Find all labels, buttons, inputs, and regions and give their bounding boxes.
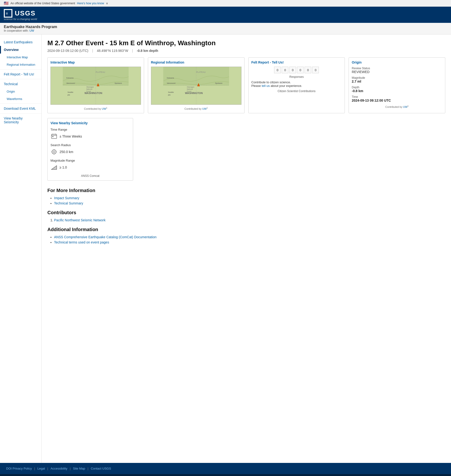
origin-review-status-label: Review Status (352, 67, 442, 70)
svg-text:Okanagan: Okanagan (187, 86, 194, 88)
svg-text:pia: pia (168, 94, 170, 96)
felt-response-4: 0 (305, 67, 311, 73)
interactive-map-thumbnail: WASHINGTON PLATEAU Kelowna Vancouver Spo… (50, 67, 141, 105)
origin-magnitude-value: 2.7 ml (352, 80, 442, 83)
usgs-logo[interactable]: ≡ USGS science for a changing world (4, 9, 37, 20)
svg-text:≡: ≡ (6, 12, 8, 15)
comcat-link[interactable]: ANSS Comprehensive Earthquake Catalog (C… (54, 235, 157, 239)
felt-desc-3: about your experience. (270, 84, 302, 88)
us-flag-icon: 🇺🇸 (4, 1, 9, 6)
interactive-map-contrib-sup: 1 (106, 107, 107, 109)
footer-contact-usgs[interactable]: Contact USGS (91, 467, 111, 470)
cards-grid: Interactive Map WASHINGTON PLATEAU Kelow (47, 57, 445, 113)
footer-legal[interactable]: Legal (38, 467, 45, 470)
anss-label: ANSS Comcat (50, 174, 130, 178)
svg-text:Forest: Forest (187, 90, 191, 92)
origin-depth-label: Depth (352, 86, 442, 89)
sidebar-item-origin[interactable]: Origin (0, 88, 41, 95)
sidebar-item-waveforms[interactable]: Waveforms (0, 95, 41, 103)
seismicity-time-range-value-row: ± Three Weeks (50, 133, 130, 140)
pacific-nw-seismic-link[interactable]: Pacific Northwest Seismic Network (54, 218, 106, 222)
usgs-tagline: science for a changing world (4, 18, 37, 20)
more-info-title: For More Information (47, 188, 445, 193)
sidebar-item-download-kml[interactable]: Download Event KML (0, 105, 41, 112)
technical-summary-link[interactable]: Technical Summary (54, 201, 83, 205)
sidebar-item-regional-information[interactable]: Regional Information (0, 61, 41, 68)
technical-terms-link[interactable]: Technical terms used on event pages (54, 240, 109, 244)
seismicity-search-radius-label: Search Radius (50, 143, 130, 147)
origin-magnitude-field: Magnitude 2.7 ml (352, 76, 442, 83)
event-coordinates: 48.498°N 119.983°W (97, 49, 128, 53)
interactive-map-contributor-link[interactable]: UW (102, 107, 106, 110)
felt-report-card: Felt Report - Tell Us! 0 0 0 0 0 0 Respo… (248, 57, 345, 113)
seismicity-magnitude-range-value: ≥ 1.0 (60, 165, 67, 169)
seismicity-link[interactable]: View Nearby Seismicity (50, 121, 130, 125)
svg-text:Spokane: Spokane (114, 82, 122, 84)
svg-text:Kelowna: Kelowna (167, 77, 174, 79)
sidebar-item-view-nearby[interactable]: View Nearby Seismicity (0, 114, 41, 126)
gov-banner-text: An official website of the United States… (11, 2, 75, 5)
regional-map-thumbnail: WASHINGTON PLATEAU Kelowna Vancouver Spo… (151, 67, 241, 105)
seismicity-magnitude-range-value-row: ≥ 1.0 (50, 164, 130, 171)
footer-doi-privacy[interactable]: DOI Privacy Policy (6, 467, 32, 470)
citizen-scientist-label: Citizen Scientist Contributions (251, 89, 342, 93)
additional-info-title: Additional Information (47, 227, 445, 232)
sidebar-item-latest-earthquakes[interactable]: Latest Earthquakes (0, 38, 41, 46)
svg-rect-36 (52, 136, 53, 137)
svg-text:National: National (187, 88, 193, 90)
regional-info-contributed: Contributed by UW1 (151, 107, 241, 110)
felt-report-link[interactable]: Felt Report - Tell Us! (251, 61, 342, 64)
sidebar-item-technical[interactable]: Technical (0, 80, 41, 88)
footer-accessibility[interactable]: Accessibility (50, 467, 67, 470)
interactive-map-contributed: Contributed by UW1 (50, 107, 141, 110)
program-title: Earthquake Hazards Program (4, 25, 447, 29)
origin-review-status-value: REVIEWED (352, 70, 442, 74)
sidebar-divider-1 (0, 69, 41, 69)
seismicity-search-radius-value-row: 250.0 km (50, 148, 130, 155)
more-info-list: Impact Summary Technical Summary (47, 196, 445, 205)
felt-response-2: 0 (289, 67, 296, 73)
sidebar-item-felt-report[interactable]: Felt Report - Tell Us! (0, 70, 41, 78)
felt-response-5: 0 (312, 67, 319, 73)
seismicity-time-range-label: Time Range (50, 128, 130, 131)
footer-sitemap[interactable]: Site Map (73, 467, 85, 470)
sidebar-item-interactive-map[interactable]: Interactive Map (0, 54, 41, 61)
footer-main: DOI Privacy Policy | Legal | Accessibili… (0, 463, 451, 474)
origin-magnitude-label: Magnitude (352, 76, 442, 80)
svg-text:PLATEAU: PLATEAU (96, 71, 105, 73)
origin-card: Origin Review Status REVIEWED Magnitude … (349, 57, 445, 113)
felt-responses: 0 0 0 0 0 0 (251, 67, 342, 73)
gov-banner: 🇺🇸 An official website of the United Sta… (0, 0, 451, 7)
regional-info-contrib-sup: 1 (207, 107, 208, 109)
sidebar-item-overview[interactable]: Overview (0, 46, 41, 54)
regional-info-contributor-link[interactable]: UW (202, 107, 207, 110)
event-title: M 2.7 Other Event - 15 km E of Winthrop,… (47, 39, 445, 47)
seismicity-magnitude-range: Magnitude Range ≥ 1.0 (50, 159, 130, 171)
contributor-item-1: Pacific Northwest Seismic Network (54, 218, 445, 222)
origin-link[interactable]: Origin (352, 61, 442, 64)
gov-banner-link[interactable]: Here's how you know (77, 2, 104, 5)
felt-response-0: 0 (274, 67, 281, 73)
seismicity-time-range: Time Range ± Three Weeks (50, 128, 130, 140)
cooperation-line: In cooperation with: UW (4, 29, 447, 32)
svg-text:Seattle: Seattle (168, 91, 174, 93)
svg-text:PLATEAU: PLATEAU (196, 71, 206, 73)
program-header: Earthquake Hazards Program In cooperatio… (0, 23, 451, 35)
svg-text:National: National (86, 88, 92, 90)
sidebar-divider-4 (0, 113, 41, 113)
footer-bottom: U.S. Department of the Interior | DOI In… (0, 474, 451, 476)
felt-responses-label: Responses (251, 75, 342, 79)
regional-info-link[interactable]: Regional Information (151, 61, 241, 64)
felt-desc-2: Please (251, 84, 261, 88)
origin-time-label: Time (352, 95, 442, 99)
seismicity-time-range-value: ± Three Weeks (60, 135, 82, 138)
felt-tell-link[interactable]: tell us (262, 84, 270, 88)
impact-summary-link[interactable]: Impact Summary (54, 196, 79, 200)
interactive-map-link[interactable]: Interactive Map (50, 61, 141, 64)
felt-response-1: 0 (282, 67, 288, 73)
cooperation-link[interactable]: UW (29, 29, 34, 32)
svg-text:Okanagan: Okanagan (86, 86, 94, 88)
list-item-impact-summary: Impact Summary (54, 196, 445, 200)
origin-contributor-link[interactable]: UW (403, 105, 407, 108)
svg-text:Forest: Forest (86, 90, 91, 92)
